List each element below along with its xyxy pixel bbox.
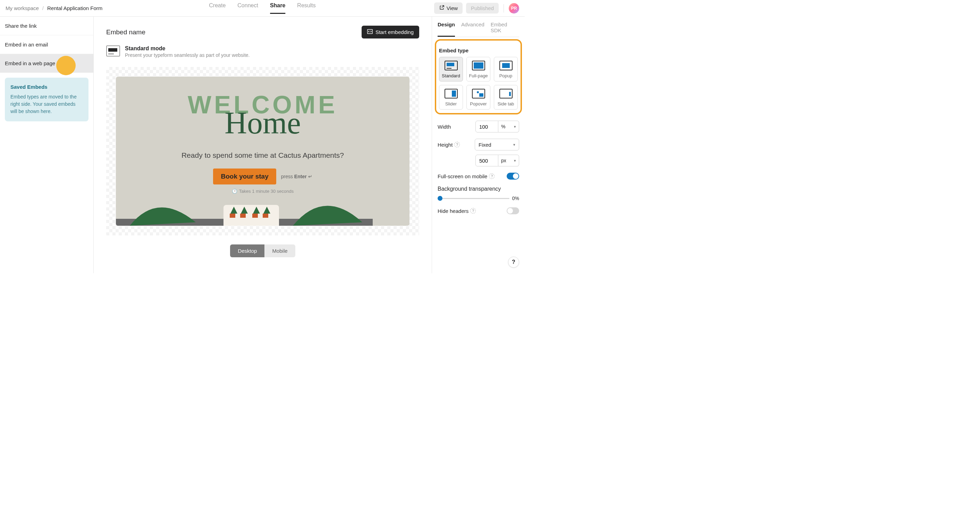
- left-sidebar: Share the link Embed in an email Embed i…: [0, 17, 94, 273]
- topbar: My workspace / Rental Application Form C…: [0, 0, 525, 17]
- embed-type-label: Side tab: [498, 101, 514, 106]
- clock-icon: 🕑: [232, 189, 237, 194]
- preview-illustration: [116, 181, 373, 226]
- svg-rect-6: [263, 214, 268, 218]
- top-nav: Create Connect Share Results: [209, 2, 315, 14]
- help-icon[interactable]: ?: [454, 142, 460, 147]
- view-button-label: View: [447, 5, 458, 11]
- height-row: Height ? Fixed▾: [438, 139, 519, 151]
- sidebar-item-embed-email[interactable]: Embed in an email: [0, 35, 93, 54]
- tab-design[interactable]: Design: [438, 22, 455, 37]
- hide-headers-toggle[interactable]: [507, 207, 519, 214]
- preview-cta-row: Book your stay press Enter ↵: [213, 168, 312, 184]
- center-header: Embed name Start embedding: [106, 25, 419, 38]
- height-input[interactable]: [476, 155, 498, 166]
- tab-embed-sdk[interactable]: Embed SDK: [491, 22, 519, 37]
- embed-type-slider[interactable]: Slider: [439, 85, 463, 109]
- height-unit-select[interactable]: px▾: [498, 155, 519, 166]
- nav-share[interactable]: Share: [270, 2, 285, 14]
- height-input-group: px▾: [476, 155, 519, 166]
- nav-results[interactable]: Results: [297, 2, 315, 14]
- help-fab-button[interactable]: ?: [508, 257, 519, 268]
- height-value-row: px▾: [438, 155, 519, 166]
- height-mode-select[interactable]: Fixed▾: [475, 139, 519, 151]
- breadcrumb: My workspace / Rental Application Form: [6, 5, 102, 11]
- mode-description: Present your typeform seamlessly as part…: [125, 52, 250, 58]
- popover-embed-icon: [472, 89, 485, 98]
- breadcrumb-separator: /: [42, 5, 44, 11]
- code-icon: [367, 29, 373, 35]
- bg-transparency-value: 0%: [512, 195, 519, 201]
- svg-rect-5: [252, 214, 258, 218]
- sidebar-item-share-link[interactable]: Share the link: [0, 17, 93, 35]
- right-panel: Design Advanced Embed SDK Embed type Sta…: [432, 17, 525, 273]
- embed-type-title: Embed type: [439, 48, 518, 53]
- width-row: Width %▾: [438, 121, 519, 132]
- nav-create[interactable]: Create: [209, 2, 226, 14]
- preview-duration: 🕑 Takes 1 minute 30 seconds: [232, 189, 294, 194]
- embed-type-grid: Standard Full-page Popup Slider Popover: [439, 57, 518, 109]
- embed-type-label: Standard: [442, 73, 460, 78]
- external-link-icon: [439, 5, 445, 11]
- device-toggle: Desktop Mobile: [106, 244, 419, 257]
- bg-transparency-slider[interactable]: 0%: [438, 195, 519, 201]
- help-icon[interactable]: ?: [489, 173, 495, 179]
- embed-type-fullpage[interactable]: Full-page: [466, 57, 490, 81]
- sidetab-embed-icon: [500, 89, 512, 98]
- fullscreen-mobile-row: Full-screen on mobile ?: [438, 173, 519, 179]
- mobile-toggle[interactable]: Mobile: [264, 244, 295, 257]
- right-tabs: Design Advanced Embed SDK: [438, 22, 519, 37]
- width-unit-select[interactable]: %▾: [498, 121, 519, 132]
- embed-type-sidetab[interactable]: Side tab: [494, 85, 518, 109]
- embed-type-highlight: Embed type Standard Full-page Popup Slid…: [435, 39, 522, 114]
- saved-embeds-card: Saved Embeds Embed types are moved to th…: [5, 78, 89, 121]
- main-content: Embed name Start embedding Standard mode…: [94, 17, 432, 273]
- start-embedding-button[interactable]: Start embedding: [361, 25, 419, 38]
- embed-type-label: Popover: [470, 101, 487, 106]
- embed-type-popup[interactable]: Popup: [494, 57, 518, 81]
- embed-name-heading: Embed name: [106, 29, 145, 36]
- embed-type-label: Popup: [500, 73, 512, 78]
- embed-type-standard[interactable]: Standard: [439, 57, 463, 81]
- embed-type-label: Full-page: [469, 73, 488, 78]
- hide-headers-row: Hide headers ?: [438, 207, 519, 214]
- height-label: Height ?: [438, 142, 460, 148]
- form-title[interactable]: Rental Application Form: [47, 5, 102, 11]
- svg-rect-0: [368, 30, 373, 33]
- avatar[interactable]: PR: [509, 3, 519, 14]
- chevron-down-icon: ▾: [514, 124, 516, 129]
- bg-transparency-row: Background transparency 0%: [438, 186, 519, 201]
- nav-connect[interactable]: Connect: [237, 2, 258, 14]
- mode-title: Standard mode: [125, 45, 250, 52]
- sidebar-item-label: Embed in a web page: [5, 60, 55, 66]
- slider-embed-icon: [445, 89, 458, 98]
- tab-advanced[interactable]: Advanced: [461, 22, 484, 37]
- published-button: Published: [466, 3, 499, 14]
- fullpage-embed-icon: [472, 61, 485, 70]
- sidebar-item-embed-webpage[interactable]: Embed in a web page: [0, 54, 93, 73]
- bg-transparency-label: Background transparency: [438, 186, 501, 192]
- help-icon[interactable]: ?: [470, 208, 476, 214]
- desktop-toggle[interactable]: Desktop: [230, 244, 264, 257]
- preview-subtitle: Ready to spend some time at Cactus Apart…: [181, 151, 344, 160]
- topbar-right: View Published PR: [434, 2, 519, 14]
- fullscreen-mobile-toggle[interactable]: [507, 173, 519, 179]
- width-input[interactable]: [476, 121, 498, 132]
- highlight-marker-icon: [56, 56, 76, 75]
- embed-type-label: Slider: [445, 101, 457, 106]
- chevron-down-icon: ▾: [513, 143, 515, 147]
- svg-rect-2: [223, 205, 279, 226]
- chevron-down-icon: ▾: [514, 159, 516, 163]
- preview-container: WELCOME Home Ready to spend some time at…: [106, 67, 419, 235]
- book-your-stay-button[interactable]: Book your stay: [213, 168, 276, 184]
- standard-mode-icon: [106, 45, 120, 57]
- preview-home-text: Home: [224, 105, 301, 141]
- view-button[interactable]: View: [434, 2, 463, 14]
- embed-type-popover[interactable]: Popover: [466, 85, 490, 109]
- popup-embed-icon: [500, 61, 512, 70]
- width-input-group: %▾: [476, 121, 519, 132]
- info-card-title: Saved Embeds: [10, 84, 83, 90]
- workspace-link[interactable]: My workspace: [6, 5, 39, 11]
- svg-rect-3: [230, 214, 235, 218]
- slider-thumb[interactable]: [438, 196, 442, 201]
